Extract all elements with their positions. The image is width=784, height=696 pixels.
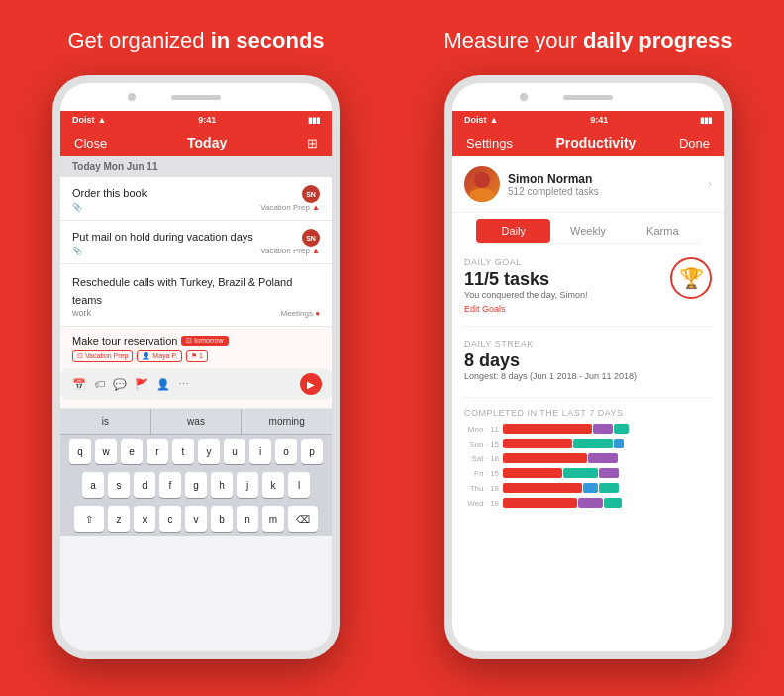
suggestion-3[interactable]: morning	[242, 409, 332, 434]
stats-section-goal: Daily Goal 11/5 tasks You conquered the …	[452, 249, 724, 322]
key-k[interactable]: k	[262, 472, 284, 498]
nav-bookmark[interactable]: ⊞	[307, 136, 318, 150]
key-j[interactable]: j	[237, 472, 258, 498]
bar-thu-teal	[599, 483, 619, 493]
tab-weekly[interactable]: Weekly	[550, 219, 625, 243]
chart-row-mon: Mon · 11	[464, 424, 712, 434]
key-f[interactable]: f	[159, 472, 181, 498]
key-p[interactable]: p	[301, 439, 323, 464]
bar-wed-purple	[578, 498, 603, 508]
key-n[interactable]: n	[237, 506, 258, 532]
action-more[interactable]: ⋯	[178, 378, 189, 391]
key-b[interactable]: b	[211, 506, 233, 532]
key-h[interactable]: h	[211, 472, 233, 498]
key-o[interactable]: o	[275, 439, 297, 464]
key-a[interactable]: a	[82, 472, 104, 498]
suggestion-2[interactable]: was	[151, 409, 243, 434]
key-t[interactable]: t	[172, 439, 194, 464]
task-item-1[interactable]: Order this book SN 📎 Vacation Prep ▲	[60, 177, 332, 221]
key-q[interactable]: q	[69, 439, 91, 464]
key-delete[interactable]: ⌫	[288, 506, 318, 532]
key-v[interactable]: v	[185, 506, 207, 532]
task-title-3: Reschedule calls with Turkey, Brazil & P…	[72, 276, 292, 306]
badge-vacation: ⊡ Vacation Prep	[72, 350, 133, 362]
trophy-icon: 🏆	[670, 257, 712, 299]
chart-day-fri: Fri · 15	[464, 469, 499, 478]
key-d[interactable]: d	[134, 472, 155, 498]
streak-sub: Longest: 8 days (Jun 1 2018 - Jun 11 201…	[464, 371, 712, 381]
left-headline: Get organized in seconds	[67, 28, 324, 53]
nav-close[interactable]: Close	[74, 136, 107, 150]
bar-sun-blue	[614, 439, 624, 448]
key-y[interactable]: y	[198, 439, 220, 464]
chart-day-wed: Wed · 18	[464, 499, 499, 508]
streak-label: Daily Streak	[464, 339, 712, 348]
bar-mon-purple	[593, 424, 613, 434]
user-section[interactable]: Simon Norman 512 completed tasks ›	[452, 156, 724, 213]
nav-title-left: Today	[187, 135, 227, 150]
nav-title-right: Productivity	[556, 135, 637, 150]
key-e[interactable]: e	[121, 439, 143, 464]
send-button[interactable]: ▶	[300, 373, 322, 395]
key-w[interactable]: w	[95, 439, 117, 464]
chart-label: Completed in the Last 7 Days	[464, 408, 712, 418]
left-panel: Get organized in seconds Doist ▲ 9:41 ▮▮…	[0, 0, 392, 696]
tab-daily[interactable]: Daily	[476, 219, 550, 243]
speaker-right	[563, 95, 613, 100]
key-z[interactable]: z	[108, 506, 130, 532]
action-calendar[interactable]: 📅	[72, 378, 86, 391]
task-item-2[interactable]: Put mail on hold during vacation days SN…	[60, 221, 332, 264]
user-tasks: 512 completed tasks	[508, 186, 708, 197]
keyboard-row-1: q w e r t y u i o p	[60, 435, 332, 468]
key-i[interactable]: i	[249, 439, 271, 464]
keyboard: is was morning q w e r t y u i o p	[60, 409, 332, 536]
user-name: Simon Norman	[508, 172, 708, 186]
bar-thu-blue	[583, 483, 598, 493]
bar-mon-pink	[503, 424, 592, 434]
svg-point-0	[474, 172, 490, 188]
today-header: Today Mon Jun 11	[60, 156, 332, 177]
key-r[interactable]: r	[147, 439, 168, 464]
chart-day-thu: Thu · 18	[464, 484, 499, 493]
action-comment[interactable]: 💬	[113, 378, 127, 391]
nav-done[interactable]: Done	[679, 136, 710, 150]
task-title-1: Order this book	[72, 187, 147, 199]
keyboard-row-3: ⇧ z x c v b n m ⌫	[60, 502, 332, 536]
task-item-3[interactable]: Reschedule calls with Turkey, Brazil & P…	[60, 264, 332, 327]
key-g[interactable]: g	[185, 472, 207, 498]
action-tag[interactable]: 🏷	[94, 378, 105, 390]
daily-goal-sub: You conquered the day, Simon!	[464, 290, 662, 300]
divider-2	[464, 397, 712, 398]
key-shift[interactable]: ⇧	[74, 506, 104, 532]
keyboard-row-2: a s d f g h j k l	[60, 468, 332, 502]
prod-content: Simon Norman 512 completed tasks › Daily…	[452, 156, 724, 651]
nav-settings[interactable]: Settings	[466, 136, 513, 150]
key-m[interactable]: m	[262, 506, 284, 532]
user-avatar	[464, 166, 500, 202]
speaker-left	[171, 95, 221, 100]
key-l[interactable]: l	[288, 472, 310, 498]
user-info: Simon Norman 512 completed tasks	[508, 172, 708, 197]
key-c[interactable]: c	[159, 506, 181, 532]
key-x[interactable]: x	[134, 506, 155, 532]
badge-maya: 👤 Maya P.	[137, 350, 182, 362]
edit-goals-link[interactable]: Edit Goals	[464, 304, 662, 314]
right-phone: Doist ▲ 9:41 ▮▮▮ Settings Productivity D…	[444, 75, 732, 659]
status-bar-left: Doist ▲ 9:41 ▮▮▮	[60, 111, 332, 129]
task-highlight[interactable]: Make tour reservation ⊡ tomorrow ⊡ Vacat…	[60, 327, 332, 409]
avatar-1: SN	[302, 185, 320, 203]
left-phone: Doist ▲ 9:41 ▮▮▮ Close Today ⊞ Today Mon…	[52, 75, 340, 659]
key-s[interactable]: s	[108, 472, 130, 498]
tab-karma[interactable]: Karma	[626, 219, 700, 243]
action-person[interactable]: 👤	[156, 378, 170, 391]
key-u[interactable]: u	[224, 439, 245, 464]
task-highlight-title: Make tour reservation ⊡ tomorrow	[72, 335, 320, 347]
suggestion-1[interactable]: is	[60, 409, 151, 434]
left-headline-bold: in seconds	[211, 28, 325, 52]
action-flag[interactable]: 🚩	[135, 378, 148, 391]
phone-top-right	[452, 83, 724, 111]
nav-bar-right: Settings Productivity Done	[452, 129, 724, 156]
camera-left	[128, 93, 136, 101]
stats-section-streak: Daily Streak 8 days Longest: 8 days (Jun…	[452, 331, 724, 393]
divider-1	[464, 326, 712, 327]
